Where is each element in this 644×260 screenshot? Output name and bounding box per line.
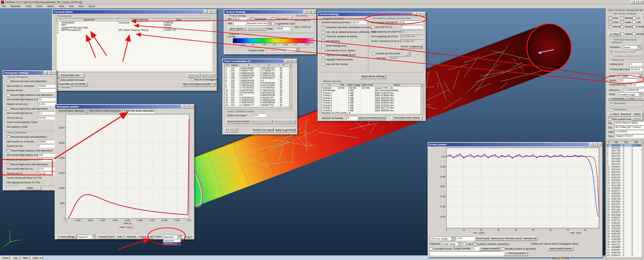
minimize-icon[interactable]: –: [284, 59, 288, 63]
plot-expression-button[interactable]: -> Plot expression: [504, 251, 528, 256]
settings-field[interactable]: 0.1: [38, 158, 55, 161]
settings-checkbox[interactable]: Record flight time until absorbtion: [7, 107, 48, 110]
desorption-limit-button[interactable]: Desorption limit: infinite: [391, 116, 423, 120]
menu-item-selection[interactable]: Selection: [10, 5, 21, 8]
close-icon[interactable]: ×: [312, 10, 316, 14]
expand-icon[interactable]: +: [610, 103, 613, 106]
viewer-checkbox-uv[interactable]: u,v: [633, 16, 640, 19]
column-header[interactable]: #: [606, 141, 611, 144]
add-button[interactable]: Add: [115, 235, 124, 239]
viewer-checkbox-volume[interactable]: Volume: [608, 25, 621, 28]
outgassing-radio[interactable]: Outgassing (mbar*l/s):: [610, 50, 639, 53]
viewer-checkbox-hits[interactable]: Hits: [633, 21, 641, 24]
log-x-checkbox[interactable]: Log X: [181, 236, 192, 239]
column-header[interactable]: Expression: [61, 18, 118, 21]
maximize-icon[interactable]: □: [208, 10, 212, 14]
log-y-checkbox[interactable]: Log Y: [463, 243, 473, 246]
viewer-checkbox-facetids[interactable]: FacetIDs: [633, 25, 644, 28]
sides-dropdown[interactable]: 1 Sided▼: [619, 74, 643, 78]
recalc-outgassing-button[interactable]: Recalc. outgassing: [400, 45, 423, 49]
close-icon[interactable]: ×: [190, 105, 194, 109]
colorblind-checkbox[interactable]: Colorblind mode: [429, 247, 452, 250]
formula-editor-window[interactable]: Formula Editor –□× Formula list Expressi…: [52, 9, 217, 91]
vertexids-checkbox[interactable]: VertexIDs: [632, 32, 644, 36]
column-header[interactable]: Mem Usage: [347, 84, 361, 87]
settings-checkbox[interactable]: Record flight distance until absorbtion: [7, 149, 53, 152]
collapse-icon[interactable]: −: [610, 109, 613, 112]
indices-checkbox[interactable]: Indices: [621, 32, 633, 36]
gas-mass-field[interactable]: 28: [400, 20, 423, 24]
max-field[interactable]: [233, 21, 247, 25]
tab-bounces[interactable]: Bounces before absorption: [56, 109, 87, 113]
table-row[interactable]: 5: [56, 31, 212, 34]
collapse-icon[interactable]: −: [610, 13, 613, 16]
gas-half-life-field[interactable]: 1: [400, 25, 423, 29]
menu-item-about[interactable]: About: [89, 5, 95, 8]
identify-profiles-checkbox[interactable]: Identify profiles in geometry: [501, 247, 536, 250]
hist-settings-button[interactable]: << Hist settings.: [56, 235, 76, 239]
y-axis-button[interactable]: Y: [229, 128, 233, 132]
view-button-ortho[interactable]: Ortho. ▾: [31, 256, 43, 260]
apply-above-settings-button[interactable]: Apply above settings: [360, 74, 386, 79]
dropdown-option-absolute[interactable]: Absolute: [163, 239, 181, 242]
resume-button[interactable]: Resume: [620, 112, 631, 117]
settings-field[interactable]: 100: [38, 153, 55, 157]
menu-item-file[interactable]: File: [2, 5, 6, 8]
tab-flight-time[interactable]: Flight time before absorption: [123, 109, 156, 113]
settings-field[interactable]: 10000: [38, 84, 55, 88]
curve-select-dropdown[interactable]: F#76 Inc. angle▼: [429, 237, 455, 241]
facet-range-field[interactable]: 1-76: [455, 237, 475, 241]
settings-checkbox[interactable]: Autosave only when simulation is running: [322, 26, 372, 29]
worker-threads-table[interactable]: #PIDMem UsageMem PeakStatusInterface4276…: [322, 83, 421, 114]
menu-item-view[interactable]: View: [59, 5, 64, 8]
minimize-icon[interactable]: –: [413, 12, 417, 16]
settings-field[interactable]: 1: [38, 88, 55, 92]
auto-update-scene-checkbox[interactable]: Auto update scene: [608, 118, 633, 121]
viewer-checkbox-normals[interactable]: Normals: [621, 16, 634, 19]
tab-flight-distance[interactable]: Flight distance before absorption: [87, 109, 123, 113]
minimize-icon[interactable]: –: [303, 10, 307, 14]
minimize-icon[interactable]: –: [44, 71, 48, 75]
pumping-speed-field[interactable]: 36.9213: [630, 67, 642, 71]
menu-item-vertex[interactable]: Vertex: [47, 5, 54, 8]
remove-all-button[interactable]: Remove all: [522, 237, 537, 241]
settings-field[interactable]: 0.001: [38, 102, 55, 106]
column-header[interactable]: Vertex: [230, 64, 239, 67]
column-header[interactable]: #: [225, 64, 230, 67]
moments-dropdown[interactable]: Moments+const. flow▼: [246, 21, 271, 25]
apply-to-geometry-button[interactable]: Apply to geometry: [275, 128, 296, 132]
physics-mode-dropdown[interactable]: Pressure [mbar]▼: [267, 48, 300, 52]
adv-button[interactable]: << Adv: [608, 97, 616, 101]
maximize-icon[interactable]: □: [594, 143, 598, 146]
vertex-table-vscrollbar[interactable]: ▲▼: [289, 64, 292, 107]
table-row[interactable]: 43819547900: [606, 254, 642, 257]
settings-field[interactable]: 1: [38, 144, 55, 148]
view-panel-button[interactable]: << View: [608, 32, 620, 36]
viewer-checkbox-leaks[interactable]: Leaks: [621, 21, 631, 24]
display-as-dropdown[interactable]: Angle (deg)▼: [441, 242, 462, 246]
menu-item-tools[interactable]: Tools: [25, 5, 32, 8]
formula-table[interactable]: ExpressionName (optional)Value1A2/SUMDES…: [56, 18, 212, 71]
profile-plotter-window[interactable]: Profile plotter –□× 010203040506070800.0…: [428, 142, 603, 258]
apply-histogram-button[interactable]: Apply: [18, 186, 41, 190]
plot-expression-field[interactable]: [429, 251, 504, 256]
maximize-icon[interactable]: □: [185, 105, 190, 109]
details-button[interactable]: Details...: [616, 97, 627, 101]
low-flux-checkbox[interactable]: Enable low flux mode: [372, 52, 400, 55]
vertex-table-hscrollbar[interactable]: [224, 107, 292, 110]
settings-checkbox[interactable]: Record flight distance until absorbtion: [7, 93, 53, 96]
y-scale-dropdown-list[interactable]: Absolute Normalized: [163, 239, 181, 246]
menu-item-test[interactable]: Test: [69, 5, 74, 8]
minimize-icon[interactable]: –: [204, 10, 208, 14]
maximize-icon[interactable]: □: [308, 10, 312, 14]
temperature-field[interactable]: 293.15: [627, 83, 644, 86]
view-button-front[interactable]: Front: [1, 256, 10, 260]
coord-button[interactable]: Coord.: [627, 97, 636, 101]
maximize-icon[interactable]: □: [288, 59, 292, 63]
settings-checkbox[interactable]: Use old XML format: [322, 63, 348, 66]
texture-scaling-window[interactable]: Texture Scaling –□× Texture Range Min 4e…: [224, 9, 317, 55]
open-convergence-button[interactable]: Open convergence plotter >>: [182, 82, 215, 86]
settings-field[interactable]: 0.1: [38, 111, 55, 115]
close-icon[interactable]: ×: [212, 10, 216, 14]
outgassing-field[interactable]: [635, 50, 642, 53]
